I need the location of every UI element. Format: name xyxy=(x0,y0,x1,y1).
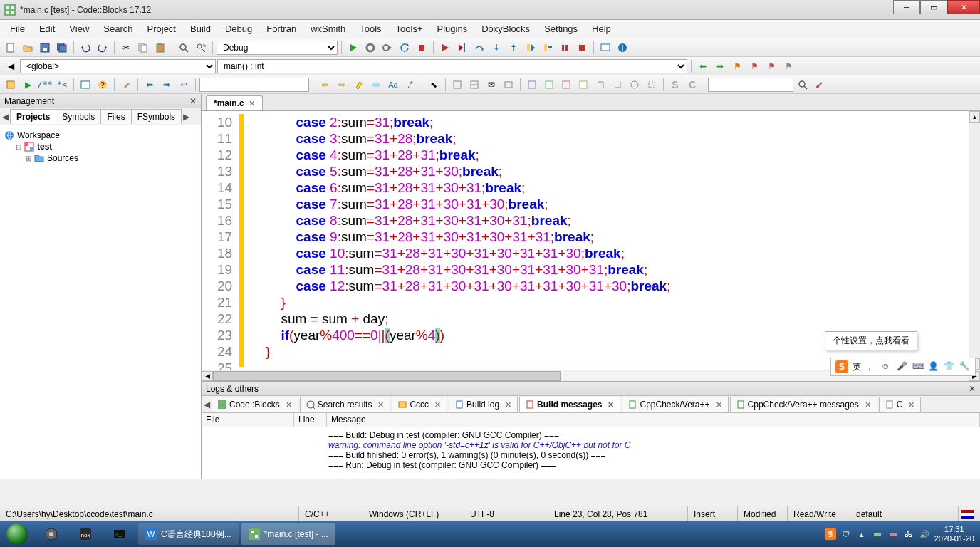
status-insert[interactable]: Insert xyxy=(688,506,738,521)
build-run-icon[interactable] xyxy=(380,40,395,56)
log-tab-close-icon[interactable]: ✕ xyxy=(716,400,722,410)
log-tab-close-icon[interactable]: ✕ xyxy=(286,400,292,410)
jump-back-icon[interactable]: ⬅ xyxy=(695,58,711,74)
tray-indicator-1-icon[interactable] xyxy=(872,528,883,540)
taskbar-pinned-2[interactable]: nox xyxy=(69,523,102,545)
step-into-icon[interactable] xyxy=(489,40,504,56)
case-icon[interactable]: Aa xyxy=(385,77,401,93)
run-to-cursor-icon[interactable] xyxy=(454,40,470,56)
arrow-right-icon[interactable]: ⇨ xyxy=(334,77,350,93)
menu-edit[interactable]: Edit xyxy=(32,21,62,36)
log-col-line[interactable]: Line xyxy=(294,413,327,427)
paste-icon[interactable] xyxy=(152,40,168,56)
menu-debug[interactable]: Debug xyxy=(218,21,259,36)
tb-icon-c[interactable]: ✉ xyxy=(484,77,499,93)
ime-sogou-icon[interactable]: S xyxy=(835,360,848,373)
regex-icon[interactable]: .* xyxy=(402,77,418,93)
open-icon[interactable] xyxy=(20,40,36,56)
mgmt-tab-symbols[interactable]: Symbols xyxy=(56,109,101,124)
tb-letter-s-icon[interactable]: S xyxy=(667,77,683,93)
taskbar-pinned-3[interactable]: >_ xyxy=(103,523,136,545)
ime-mic-icon[interactable]: 🎤 xyxy=(897,361,908,373)
log-tab-close-icon[interactable]: ✕ xyxy=(377,400,384,410)
menu-project[interactable]: Project xyxy=(140,21,183,36)
log-tab-code-blocks[interactable]: Code::Blocks✕ xyxy=(212,397,298,412)
log-tab-close-icon[interactable]: ✕ xyxy=(505,400,511,410)
editor-tab-main-c[interactable]: *main.c ✕ xyxy=(206,95,263,110)
ime-face-icon[interactable]: ☺ xyxy=(881,361,892,373)
new-file-icon[interactable] xyxy=(3,40,19,56)
log-col-message[interactable]: Message xyxy=(327,413,980,427)
menu-search[interactable]: Search xyxy=(96,21,140,36)
tray-chevron-up-icon[interactable]: ▴ xyxy=(856,528,867,540)
tb-letter-c-icon[interactable]: C xyxy=(684,77,700,93)
jump-fwd-icon[interactable]: ➡ xyxy=(712,58,728,74)
build-target-combo[interactable]: Debug xyxy=(217,41,338,55)
editor-tab-close-icon[interactable]: ✕ xyxy=(249,99,255,108)
ime-tool-icon[interactable]: 🔧 xyxy=(959,361,971,373)
tree-sources[interactable]: ⊞ Sources xyxy=(4,152,197,164)
status-eol[interactable]: Windows (CR+LF) xyxy=(363,506,464,521)
project-tree[interactable]: Workspace ⊟ test ⊞ Sources xyxy=(0,125,201,479)
rebuild-icon[interactable] xyxy=(397,40,412,56)
build-icon[interactable] xyxy=(363,40,378,56)
close-button[interactable]: ✕ xyxy=(947,0,980,14)
step-out-icon[interactable] xyxy=(506,40,521,56)
copy-icon[interactable] xyxy=(135,40,151,56)
mgmt-tab-projects[interactable]: Projects xyxy=(10,109,56,124)
step-over-icon[interactable] xyxy=(471,40,487,56)
tree-project[interactable]: ⊟ test xyxy=(4,141,197,152)
taskbar-pinned-1[interactable] xyxy=(35,523,68,545)
goto-input[interactable] xyxy=(199,78,309,92)
debug-windows-icon[interactable] xyxy=(598,40,613,56)
debug-run-icon[interactable] xyxy=(437,40,453,56)
doxy-icon-2[interactable]: ▶ xyxy=(20,77,36,93)
doxy-icon-1[interactable] xyxy=(3,77,19,93)
logs-close-icon[interactable]: ✕ xyxy=(969,384,976,394)
save-all-icon[interactable] xyxy=(54,40,70,56)
menu-tools[interactable]: Tools+ xyxy=(389,21,430,36)
log-tab-build-log[interactable]: Build log✕ xyxy=(449,397,518,412)
tb-icon-e[interactable] xyxy=(524,77,540,93)
log-tab-build-messages[interactable]: Build messages✕ xyxy=(519,397,620,412)
tree-workspace[interactable]: Workspace xyxy=(4,130,197,141)
bookmark-clear-icon[interactable]: ⚑ xyxy=(781,58,796,74)
log-tab-search-results[interactable]: Search results✕ xyxy=(300,397,391,412)
mgmt-tab-files[interactable]: Files xyxy=(100,109,131,124)
vertical-scrollbar[interactable]: ▲ ▼ xyxy=(969,111,980,370)
menu-view[interactable]: View xyxy=(62,21,96,36)
log-tab-close-icon[interactable]: ✕ xyxy=(434,400,441,410)
tb-icon-a[interactable] xyxy=(449,77,465,93)
menu-tools[interactable]: Tools xyxy=(353,21,388,36)
log-tab-close-icon[interactable]: ✕ xyxy=(608,400,614,410)
tb-icon-l[interactable] xyxy=(644,77,660,93)
log-tab-close-icon[interactable]: ✕ xyxy=(865,400,871,410)
menu-settings[interactable]: Settings xyxy=(537,21,585,36)
tray-volume-icon[interactable]: 🔊 xyxy=(919,528,930,540)
undo-icon[interactable] xyxy=(78,40,93,56)
replace-icon[interactable] xyxy=(193,40,209,56)
log-tab-cppcheck-vera-[interactable]: CppCheck/Vera++✕ xyxy=(622,397,728,412)
mgmt-tabs-right-icon[interactable]: ▶ xyxy=(181,112,191,122)
log-tab-cppcheck-vera-messages[interactable]: CppCheck/Vera++ messages✕ xyxy=(730,397,877,412)
tb-icon-g[interactable] xyxy=(558,77,574,93)
log-col-file[interactable]: File xyxy=(202,413,294,427)
stop-debug-icon[interactable] xyxy=(574,40,590,56)
arrow-left-icon[interactable]: ⇦ xyxy=(317,77,333,93)
taskbar-item-2[interactable]: *main.c [test] - ... xyxy=(241,523,335,545)
tb-icon-j[interactable] xyxy=(610,77,625,93)
status-lang[interactable]: C/C++ xyxy=(299,506,363,521)
ime-comma-icon[interactable]: ， xyxy=(865,361,877,373)
management-close-icon[interactable]: ✕ xyxy=(189,96,197,106)
hscroll-thumb[interactable] xyxy=(213,371,561,381)
run-icon[interactable] xyxy=(345,40,361,56)
start-button[interactable] xyxy=(0,521,34,547)
menu-file[interactable]: File xyxy=(3,21,32,36)
tb-icon-b[interactable] xyxy=(466,77,482,93)
log-tab-c[interactable]: C✕ xyxy=(879,397,922,412)
find-icon[interactable] xyxy=(176,40,192,56)
menu-build[interactable]: Build xyxy=(183,21,218,36)
scope-combo[interactable]: <global> xyxy=(20,59,216,73)
ime-keyboard-icon[interactable]: ⌨ xyxy=(912,361,924,373)
taskbar-item-1[interactable]: W C语言经典100例... xyxy=(138,523,239,545)
